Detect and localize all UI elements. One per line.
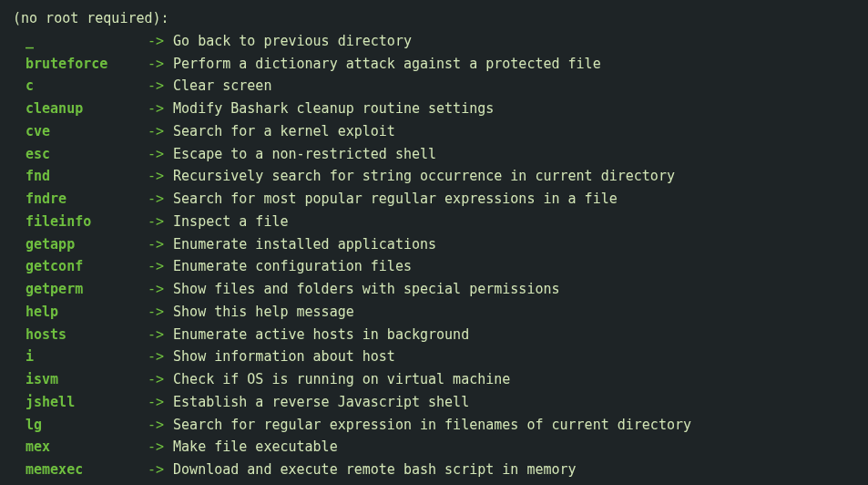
command-description: Inspect a file: [173, 211, 288, 233]
command-name: bruteforce: [13, 53, 148, 76]
command-description: Establish a reverse Javascript shell: [173, 391, 469, 414]
command-description: Clear screen: [173, 75, 271, 98]
command-name: getperm: [13, 278, 148, 301]
command-row: cleanup->Modify Bashark cleanup routine …: [13, 98, 855, 120]
command-row: mex->Make file executable: [13, 436, 855, 459]
command-description: Modify Bashark cleanup routine settings: [173, 98, 494, 120]
command-description: Download and execute remote bash script …: [173, 459, 577, 481]
command-row: getconf->Enumerate configuration files: [13, 255, 855, 278]
arrow-icon: ->: [148, 165, 164, 188]
command-row: c->Clear screen: [13, 75, 855, 98]
command-name: cve: [13, 120, 148, 143]
arrow-icon: ->: [148, 188, 164, 211]
command-name: c: [13, 75, 148, 98]
command-name: help: [13, 301, 148, 324]
arrow-icon: ->: [148, 120, 164, 143]
command-row: fndre->Search for most popular regullar …: [13, 188, 855, 211]
arrow-icon: ->: [148, 255, 164, 278]
command-name: mex: [13, 436, 148, 459]
command-name: memexec: [13, 459, 148, 481]
arrow-icon: ->: [148, 459, 164, 481]
command-description: Enumerate installed applications: [173, 233, 436, 256]
arrow-icon: ->: [148, 278, 164, 301]
command-description: Show information about host: [173, 346, 395, 368]
command-name: cleanup: [13, 98, 148, 120]
arrow-icon: ->: [148, 436, 164, 459]
command-description: Show files and folders with special perm…: [173, 278, 559, 301]
command-name: fndre: [13, 188, 148, 211]
arrow-icon: ->: [148, 30, 164, 53]
command-description: Go back to previous directory: [173, 30, 412, 53]
command-row: esc->Escape to a non-restricted shell: [13, 143, 855, 166]
command-row: fileinfo->Inspect a file: [13, 211, 855, 233]
command-name: getapp: [13, 233, 148, 256]
command-row: _->Go back to previous directory: [13, 30, 855, 53]
arrow-icon: ->: [148, 414, 164, 437]
command-description: Enumerate active hosts in background: [173, 324, 469, 346]
command-name: esc: [13, 143, 148, 166]
arrow-icon: ->: [148, 233, 164, 256]
command-row: getapp->Enumerate installed applications: [13, 233, 855, 256]
arrow-icon: ->: [148, 75, 164, 98]
command-row: help->Show this help message: [13, 301, 855, 324]
command-description: Show this help message: [173, 301, 354, 324]
command-list: _->Go back to previous directorybrutefor…: [13, 30, 855, 481]
command-description: Enumerate configuration files: [173, 255, 412, 278]
command-row: isvm->Check if OS is running on virtual …: [13, 368, 855, 391]
command-description: Recursively search for string occurrence…: [173, 165, 675, 188]
arrow-icon: ->: [148, 324, 164, 346]
arrow-icon: ->: [148, 53, 164, 76]
command-row: jshell->Establish a reverse Javascript s…: [13, 391, 855, 414]
command-row: cve->Search for a kernel exploit: [13, 120, 855, 143]
section-header: (no root required):: [13, 7, 855, 30]
command-name: i: [13, 346, 148, 368]
command-row: i->Show information about host: [13, 346, 855, 368]
command-name: getconf: [13, 255, 148, 278]
command-name: lg: [13, 414, 148, 437]
command-description: Search for most popular regullar express…: [173, 188, 618, 211]
command-name: hosts: [13, 324, 148, 346]
command-description: Check if OS is running on virtual machin…: [173, 368, 510, 391]
command-row: memexec->Download and execute remote bas…: [13, 459, 855, 481]
arrow-icon: ->: [148, 368, 164, 391]
command-description: Search for regular expression in filenam…: [173, 414, 691, 437]
command-name: fileinfo: [13, 211, 148, 233]
arrow-icon: ->: [148, 143, 164, 166]
arrow-icon: ->: [148, 98, 164, 120]
command-row: fnd->Recursively search for string occur…: [13, 165, 855, 188]
command-description: Search for a kernel exploit: [173, 120, 395, 143]
arrow-icon: ->: [148, 391, 164, 414]
command-row: bruteforce->Perform a dictionary attack …: [13, 53, 855, 76]
command-description: Make file executable: [173, 436, 338, 459]
command-name: fnd: [13, 165, 148, 188]
command-description: Perform a dictionary attack against a pr…: [173, 53, 601, 76]
arrow-icon: ->: [148, 211, 164, 233]
arrow-icon: ->: [148, 346, 164, 368]
command-row: hosts->Enumerate active hosts in backgro…: [13, 324, 855, 346]
command-name: _: [13, 30, 148, 53]
arrow-icon: ->: [148, 301, 164, 324]
command-name: isvm: [13, 368, 148, 391]
command-name: jshell: [13, 391, 148, 414]
command-row: lg->Search for regular expression in fil…: [13, 414, 855, 437]
command-row: getperm->Show files and folders with spe…: [13, 278, 855, 301]
command-description: Escape to a non-restricted shell: [173, 143, 436, 166]
